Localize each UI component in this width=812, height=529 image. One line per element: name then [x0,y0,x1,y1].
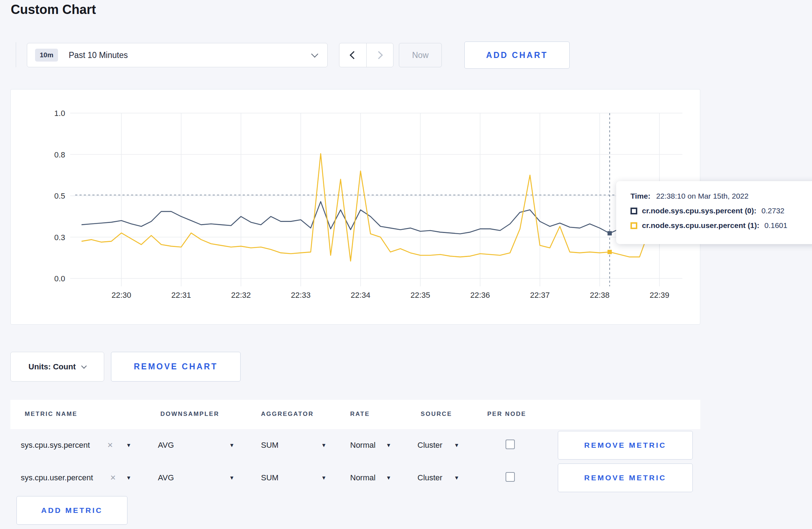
time-range-select[interactable]: 10m Past 10 Minutes [27,43,328,67]
y-axis-tick-label: 1.0 [54,109,65,118]
col-header-per-node: PER NODE [487,411,526,418]
source-select[interactable]: Cluster [417,441,443,450]
remove-metric-button[interactable]: REMOVE METRIC [558,464,693,492]
y-axis-tick-label: 0.0 [54,274,65,283]
units-label: Units: Count [29,362,76,372]
tooltip-series-row: cr.node.sys.cpu.sys.percent (0): 0.2732 [630,207,812,215]
remove-metric-button[interactable]: REMOVE METRIC [558,431,693,460]
x-axis-tick-label: 22:38 [590,291,609,300]
source-select[interactable]: Cluster [417,473,443,482]
user-percent-swatch-icon [630,222,637,229]
rate-select[interactable]: Normal [350,441,376,450]
add-chart-button[interactable]: ADD CHART [464,42,570,69]
metric-dropdown-arrow-icon[interactable]: ▼ [126,475,131,481]
tooltip-series-value: 0.1601 [764,221,787,230]
chart-svg[interactable]: 0.00.30.50.81.022:3022:3122:3222:3322:34… [11,89,700,324]
source-dropdown-arrow-icon[interactable]: ▼ [454,442,459,448]
tooltip-time-value: 22:38:10 on Mar 15th, 2022 [656,192,749,200]
x-axis-tick-label: 22:32 [231,291,251,300]
metric-name-value[interactable]: sys.cpu.user.percent [21,473,93,482]
chevron-down-icon [81,363,87,369]
per-node-checkbox[interactable] [506,472,515,482]
tooltip-series-row: cr.node.sys.cpu.user.percent (1): 0.1601 [630,221,812,230]
time-range-label: Past 10 Minutes [69,50,312,60]
downsampler-dropdown-arrow-icon[interactable]: ▼ [229,442,235,448]
downsampler-dropdown-arrow-icon[interactable]: ▼ [229,475,235,481]
x-axis-tick-label: 22:36 [470,291,490,300]
tooltip-time-row: Time: 22:38:10 on Mar 15th, 2022 [630,192,812,200]
hover-point-marker [608,250,612,254]
metric-name-value[interactable]: sys.cpu.sys.percent [21,441,90,450]
col-header-source: SOURCE [421,411,452,418]
sys-percent-swatch-icon [630,208,637,214]
page-title: Custom Chart [11,2,96,17]
remove-metric-x-icon[interactable]: × [110,472,116,483]
rate-dropdown-arrow-icon[interactable]: ▼ [386,475,391,481]
tooltip-time-label: Time: [630,192,651,200]
time-range-badge: 10m [35,49,58,62]
aggregator-dropdown-arrow-icon[interactable]: ▼ [321,475,327,481]
add-metric-button[interactable]: ADD METRIC [16,496,127,525]
chart-card: 0.00.30.50.81.022:3022:3122:3222:3322:34… [10,89,700,325]
remove-chart-button[interactable]: REMOVE CHART [111,352,241,382]
per-node-checkbox[interactable] [506,440,515,449]
remove-metric-x-icon[interactable]: × [107,440,113,451]
x-axis-tick-label: 22:35 [410,291,430,300]
downsampler-select[interactable]: AVG [158,473,174,482]
col-header-aggregator: AGGREGATOR [261,411,314,418]
x-axis-tick-label: 22:34 [351,291,370,300]
series-line [82,202,680,234]
aggregator-select[interactable]: SUM [261,473,279,482]
aggregator-select[interactable]: SUM [261,441,279,450]
units-select[interactable]: Units: Count [10,352,104,382]
previous-time-button[interactable] [339,43,366,67]
source-dropdown-arrow-icon[interactable]: ▼ [454,475,459,481]
rate-dropdown-arrow-icon[interactable]: ▼ [386,442,391,448]
x-axis-tick-label: 22:33 [291,291,310,300]
x-axis-tick-label: 22:37 [530,291,550,300]
tooltip-series-value: 0.2732 [762,207,784,215]
custom-chart-page: { "page": { "title": "Custom Chart" }, "… [0,0,812,529]
time-step-buttons [339,43,393,67]
chevron-down-icon [311,50,318,58]
rate-select[interactable]: Normal [350,473,376,482]
chevron-right-icon [374,51,383,59]
y-axis-tick-label: 0.3 [54,233,65,242]
chevron-left-icon [350,51,358,59]
now-button[interactable]: Now [399,43,442,67]
next-time-button[interactable] [366,43,393,67]
chart-tooltip: Time: 22:38:10 on Mar 15th, 2022 cr.node… [616,181,812,244]
aggregator-dropdown-arrow-icon[interactable]: ▼ [321,442,327,448]
x-axis-tick-label: 22:31 [171,291,191,300]
hover-point-marker [608,231,612,236]
tooltip-series-label: cr.node.sys.cpu.sys.percent (0): [642,207,757,215]
col-header-rate: RATE [350,411,370,418]
series-line [82,154,680,261]
col-header-downsampler: DOWNSAMPLER [160,411,219,418]
tooltip-series-label: cr.node.sys.cpu.user.percent (1): [642,221,759,230]
y-axis-tick-label: 0.5 [54,191,65,200]
x-axis-tick-label: 22:30 [111,291,131,300]
metric-dropdown-arrow-icon[interactable]: ▼ [126,442,131,448]
col-header-metric-name: METRIC NAME [25,411,77,418]
downsampler-select[interactable]: AVG [158,441,174,450]
toolbar-divider [16,42,16,67]
y-axis-tick-label: 0.8 [54,150,65,159]
x-axis-tick-label: 22:39 [649,291,669,300]
